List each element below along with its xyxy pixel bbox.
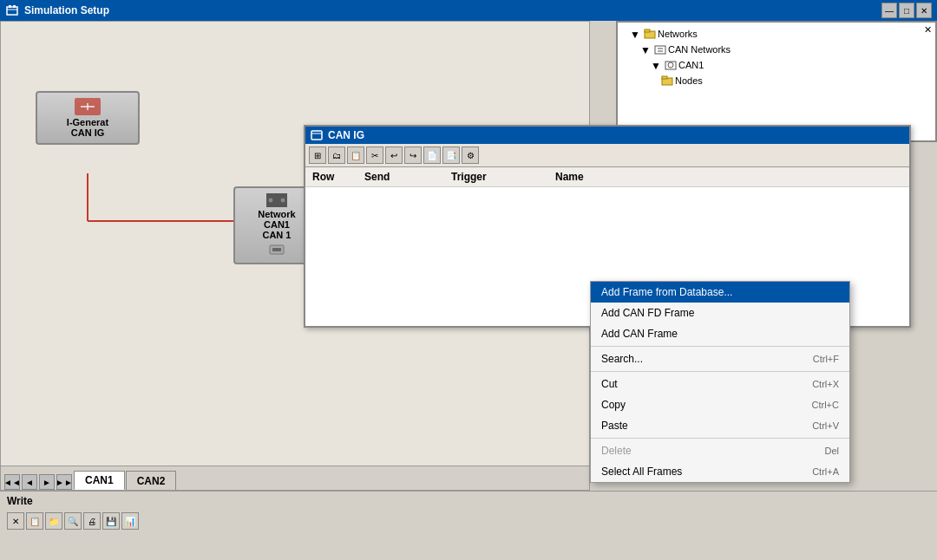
tree-label-networks: Networks <box>658 29 698 39</box>
bottom-tb-search[interactable]: 🔍 <box>64 512 82 530</box>
svg-point-11 <box>280 198 285 203</box>
svg-rect-0 <box>7 7 17 15</box>
svg-rect-13 <box>272 248 281 251</box>
ctx-separator-3 <box>591 438 849 439</box>
ctx-search[interactable]: Search... Ctrl+F <box>591 348 849 369</box>
header-trigger: Trigger <box>451 171 555 183</box>
tree-panel-close[interactable]: ✕ <box>924 24 932 36</box>
can-networks-icon <box>654 43 666 55</box>
title-bar-controls: — □ ✕ <box>881 3 932 18</box>
bottom-tb-folder[interactable]: 📁 <box>45 512 62 530</box>
svg-rect-16 <box>645 29 650 32</box>
ctx-delete: Delete Del <box>591 440 849 461</box>
network-node-small-icon <box>268 244 285 256</box>
tb-copy-btn[interactable]: 📋 <box>347 147 364 164</box>
tb-undo-btn[interactable]: ↩ <box>385 147 403 164</box>
tb-multi-btn[interactable]: 📑 <box>442 147 460 164</box>
ctx-add-can-frame[interactable]: Add CAN Frame <box>591 323 849 344</box>
ctx-select-all[interactable]: Select All Frames Ctrl+A <box>591 461 849 482</box>
can-ig-table-header: Row Send Trigger Name <box>305 167 909 187</box>
close-button[interactable]: ✕ <box>916 3 932 18</box>
ig-node-icon <box>75 98 101 115</box>
ctx-paste[interactable]: Paste Ctrl+V <box>591 415 849 436</box>
tree-item-can1[interactable]: ▼ CAN1 <box>623 57 930 73</box>
tab-prev-btn[interactable]: ◄ <box>22 474 37 490</box>
networks-icon <box>644 28 656 40</box>
expand-icon-2: ▼ <box>640 43 652 55</box>
ctx-copy[interactable]: Copy Ctrl+C <box>591 394 849 415</box>
ig-node-label2: CAN IG <box>44 127 131 138</box>
window-title: Simulation Setup <box>24 4 876 16</box>
tb-grid-btn[interactable]: ⊞ <box>309 147 326 164</box>
can-ig-toolbar: ⊞ 🗂 📋 ✂ ↩ ↪ 📄 📑 ⚙ <box>305 144 909 167</box>
bottom-tb-copy[interactable]: 📋 <box>26 512 43 530</box>
tree-item-networks[interactable]: ▼ Networks <box>623 26 930 42</box>
ig-node-label1: I-Generat <box>44 117 131 127</box>
svg-point-23 <box>668 62 673 68</box>
canvas-tab-bar: ◄◄ ◄ ► ►► CAN1 CAN2 <box>1 466 590 490</box>
tb-doc-btn[interactable]: 📄 <box>423 147 441 164</box>
nodes-icon <box>661 75 673 87</box>
header-name: Name <box>555 171 902 183</box>
tab-first-btn[interactable]: ◄◄ <box>4 474 20 490</box>
can-ig-title-bar: CAN IG <box>305 127 909 144</box>
bottom-tb-x[interactable]: ✕ <box>7 512 24 530</box>
svg-text:▼: ▼ <box>640 44 651 55</box>
tree-label-can-networks: CAN Networks <box>668 44 731 55</box>
network-node-label2: CAN1 <box>242 219 311 230</box>
tb-settings-btn[interactable]: ⚙ <box>462 147 479 164</box>
bottom-area: Write ✕ 📋 📁 🔍 🖨 💾 📊 <box>0 491 937 560</box>
minimize-button[interactable]: — <box>881 3 897 18</box>
network-node-label1: Network <box>242 209 311 219</box>
bottom-label: Write <box>0 492 937 511</box>
can1-icon <box>665 59 677 71</box>
can-ig-title-icon <box>311 129 323 141</box>
tb-cut-btn[interactable]: ✂ <box>366 147 383 164</box>
maximize-button[interactable]: □ <box>899 3 914 18</box>
svg-point-10 <box>268 198 273 203</box>
ctx-add-can-fd-frame[interactable]: Add CAN FD Frame <box>591 303 849 323</box>
tree-label-nodes: Nodes <box>675 75 703 86</box>
svg-text:▼: ▼ <box>630 29 640 40</box>
ctx-cut[interactable]: Cut Ctrl+X <box>591 374 849 394</box>
expand-icon: ▼ <box>630 28 642 40</box>
header-row: Row <box>312 171 364 183</box>
tab-can1[interactable]: CAN1 <box>74 471 125 490</box>
svg-text:▼: ▼ <box>651 60 661 71</box>
tree-panel: ✕ ▼ Networks ▼ CAN Networks ▼ <box>616 21 937 142</box>
network-node-label3: CAN 1 <box>242 230 311 240</box>
bottom-tb-print[interactable]: 🖨 <box>83 512 101 530</box>
expand-icon-3: ▼ <box>651 59 663 71</box>
svg-rect-3 <box>13 5 16 8</box>
bottom-tb-save[interactable]: 💾 <box>102 512 120 530</box>
ctx-separator-2 <box>591 371 849 372</box>
simulation-area: I-Generat CAN IG Network CAN1 CAN 1 <box>0 21 937 560</box>
tree-label-can1: CAN1 <box>678 60 704 70</box>
tab-last-btn[interactable]: ►► <box>56 474 72 490</box>
can-ig-title-text: CAN IG <box>328 129 364 141</box>
bottom-toolbar: ✕ 📋 📁 🔍 🖨 💾 📊 <box>0 511 937 531</box>
header-send: Send <box>364 171 451 183</box>
svg-rect-2 <box>9 5 11 8</box>
tree-item-can-networks[interactable]: ▼ CAN Networks <box>623 42 930 57</box>
tb-redo-btn[interactable]: ↪ <box>404 147 422 164</box>
bottom-tb-chart[interactable]: 📊 <box>121 512 139 530</box>
tab-can2[interactable]: CAN2 <box>126 471 177 490</box>
ctx-separator-1 <box>591 346 849 347</box>
title-bar: Simulation Setup — □ ✕ <box>0 0 937 21</box>
svg-rect-26 <box>311 131 322 140</box>
tb-folder-btn[interactable]: 🗂 <box>328 147 345 164</box>
tab-next-btn[interactable]: ► <box>39 474 55 490</box>
tree-item-nodes[interactable]: Nodes <box>623 73 930 88</box>
ig-node[interactable]: I-Generat CAN IG <box>36 91 140 145</box>
svg-rect-25 <box>662 76 667 79</box>
context-menu: Add Frame from Database... Add CAN FD Fr… <box>590 281 850 483</box>
svg-rect-18 <box>655 46 665 54</box>
ctx-add-frame-db[interactable]: Add Frame from Database... <box>591 282 849 303</box>
network-node-icon <box>266 193 287 207</box>
title-bar-icon <box>5 3 19 17</box>
